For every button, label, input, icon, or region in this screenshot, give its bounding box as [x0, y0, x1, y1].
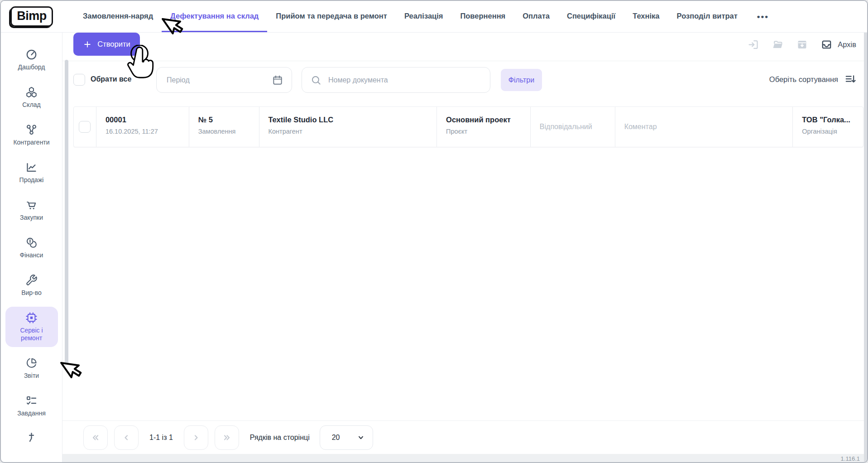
document-search-field[interactable]	[302, 67, 490, 93]
double-chevron-left-icon	[91, 433, 100, 442]
responsible-placeholder: Відповідальний	[540, 123, 592, 131]
select-all-label: Обрати все	[91, 75, 131, 83]
filters-button[interactable]: Фільтри	[501, 69, 542, 91]
import-icon[interactable]	[747, 39, 759, 51]
archive-download-icon[interactable]	[796, 39, 808, 51]
sidebar-item-finansy[interactable]: Фінанси	[5, 232, 58, 264]
sidebar-item-dashboard[interactable]: Дашборд	[5, 43, 58, 76]
sidebar-item-kontragenty[interactable]: Контрагенти	[5, 119, 58, 151]
organization-name: ТОВ "Голка...	[802, 116, 858, 124]
organization-caption: Організація	[802, 128, 858, 135]
sort-control[interactable]: Оберіть сортування	[769, 73, 856, 85]
rows-per-page-select[interactable]: 20	[320, 425, 373, 450]
row-cell-comment[interactable]: Коментар	[615, 107, 793, 147]
order-caption: Замовлення	[198, 128, 254, 135]
select-all-checkbox[interactable]	[73, 74, 85, 86]
sidebar-item-label: Склад	[22, 101, 41, 109]
row-cell-organization: ТОВ "Голка... Організація	[793, 107, 863, 147]
cubes-icon	[25, 86, 38, 98]
app-window: Bimp Замовлення-наряд Дефектування на ск…	[0, 0, 868, 463]
row-checkbox[interactable]	[79, 121, 91, 133]
open-folder-icon[interactable]	[772, 39, 784, 51]
document-number: 00001	[106, 116, 184, 124]
sidebar-item-label: Сервіс і ремонт	[11, 327, 53, 342]
logo-container: Bimp	[1, 1, 62, 32]
network-icon	[25, 124, 38, 136]
create-button-label: Створити	[97, 40, 130, 48]
comment-placeholder: Коментар	[624, 123, 657, 131]
tab-pryjom-ta-peredacha[interactable]: Прийом та передача в ремонт	[267, 1, 396, 32]
sidebar: Дашборд Склад Контрагенти Продажі Закупк…	[1, 33, 62, 462]
clipped-icon	[25, 432, 38, 444]
row-cell-responsible[interactable]: Відповідальний	[531, 107, 615, 147]
page-scrollbar[interactable]	[864, 1, 867, 462]
document-search-input[interactable]	[328, 76, 482, 84]
search-icon	[310, 74, 322, 86]
tab-oplata[interactable]: Оплата	[514, 1, 558, 32]
chip-icon	[25, 312, 38, 324]
period-field[interactable]	[156, 67, 292, 93]
row-cell-order: № 5 Замовлення	[189, 107, 259, 147]
sidebar-item-partial[interactable]	[5, 427, 58, 449]
toolbar-divider	[62, 61, 867, 61]
tab-defektuvannya-na-sklad[interactable]: Дефектування на склад	[162, 1, 267, 32]
sidebar-item-vyrobnytstvo[interactable]: Вир-во	[5, 269, 58, 302]
wrench-icon	[25, 274, 38, 286]
top-header: Bimp Замовлення-наряд Дефектування на ск…	[1, 1, 867, 33]
app-logo: Bimp	[10, 6, 53, 27]
sidebar-item-label: Фінанси	[20, 251, 43, 259]
archive-button[interactable]: Архів	[820, 39, 856, 51]
create-button[interactable]: Створити	[73, 33, 140, 56]
tab-specyfikaciyi[interactable]: Специфікації	[558, 1, 624, 32]
rows-per-page-label: Рядків на сторінці	[250, 434, 310, 442]
sidebar-item-label: Закупки	[20, 214, 43, 222]
line-chart-icon	[25, 161, 38, 174]
toolbar-right-icons: Архів	[747, 36, 856, 53]
first-page-button[interactable]	[83, 425, 108, 450]
last-page-button[interactable]	[215, 425, 239, 450]
sidebar-item-zvity[interactable]: Звіти	[5, 352, 58, 385]
pagination-range: 1-1 із 1	[144, 434, 178, 442]
sidebar-item-label: Вир-во	[21, 289, 42, 297]
tab-zamovlennya-naryad[interactable]: Замовлення-наряд	[74, 1, 162, 32]
rows-per-page-value: 20	[332, 434, 340, 442]
row-checkbox-cell	[74, 107, 96, 147]
sidebar-item-zakupky[interactable]: Закупки	[5, 194, 58, 227]
project-caption: Проєкт	[446, 128, 526, 135]
tabs-more-button[interactable]: •••	[746, 1, 780, 32]
prev-page-button[interactable]	[114, 425, 139, 450]
sort-label: Оберіть сортування	[769, 75, 838, 84]
pie-chart-icon	[25, 357, 38, 369]
cart-icon	[25, 199, 38, 211]
sidebar-item-prodazhi[interactable]: Продажі	[5, 156, 58, 189]
plus-icon	[83, 40, 92, 49]
tab-tehnika[interactable]: Техніка	[624, 1, 668, 32]
sidebar-item-label: Дашборд	[18, 63, 45, 71]
sidebar-item-servis-i-remont[interactable]: Сервіс і ремонт	[5, 307, 58, 347]
contractor-name: Textile Studio LLC	[269, 116, 432, 124]
row-cell-contractor: Textile Studio LLC Контрагент	[259, 107, 437, 147]
document-datetime: 16.10.2025, 11:27	[106, 128, 184, 135]
calendar-icon[interactable]	[272, 74, 283, 86]
sidebar-item-zavdannya[interactable]: Завдання	[5, 390, 58, 422]
tab-povernennya[interactable]: Повернення	[451, 1, 514, 32]
contractor-caption: Контрагент	[269, 128, 432, 135]
next-page-button[interactable]	[184, 425, 208, 450]
pagination-bar: 1-1 із 1 Рядків на сторінці 20	[62, 420, 864, 454]
tab-realizaciya[interactable]: Реалізація	[396, 1, 452, 32]
chevron-right-icon	[192, 433, 201, 442]
chevron-left-icon	[122, 433, 131, 442]
document-row[interactable]: 00001 16.10.2025, 11:27 № 5 Замовлення T…	[73, 106, 863, 147]
app-version: 1.116.1	[841, 455, 860, 462]
tab-rozpodil-vytrat[interactable]: Розподіл витрат	[668, 1, 746, 32]
order-number: № 5	[198, 116, 254, 124]
coins-icon	[25, 236, 38, 249]
period-input[interactable]	[167, 76, 272, 84]
sort-icon	[844, 73, 856, 85]
sidebar-item-label: Продажі	[19, 176, 44, 184]
inbox-icon	[820, 39, 833, 51]
sidebar-scrollbar[interactable]	[65, 60, 68, 367]
row-cell-project: Основний проект Проєкт	[437, 107, 531, 147]
sidebar-item-sklad[interactable]: Склад	[5, 81, 58, 114]
gauge-icon	[25, 48, 38, 61]
